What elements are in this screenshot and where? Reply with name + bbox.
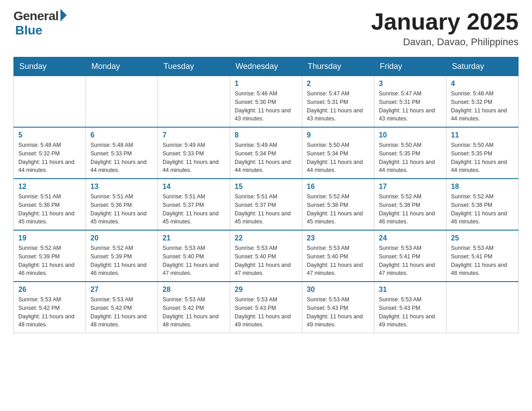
day-number: 19 [18,234,81,242]
calendar-cell: 5Sunrise: 5:48 AM Sunset: 5:32 PM Daylig… [14,127,86,179]
day-number: 1 [235,80,297,88]
day-info: Sunrise: 5:53 AM Sunset: 5:43 PM Dayligh… [235,295,297,329]
day-info: Sunrise: 5:53 AM Sunset: 5:41 PM Dayligh… [451,244,514,278]
calendar-table: SundayMondayTuesdayWednesdayThursdayFrid… [13,57,519,333]
calendar-cell: 15Sunrise: 5:51 AM Sunset: 5:37 PM Dayli… [230,179,302,230]
calendar-cell: 7Sunrise: 5:49 AM Sunset: 5:33 PM Daylig… [158,127,230,179]
day-info: Sunrise: 5:50 AM Sunset: 5:34 PM Dayligh… [307,141,369,175]
calendar-week-row: 19Sunrise: 5:52 AM Sunset: 5:39 PM Dayli… [14,230,519,282]
day-header-thursday: Thursday [302,57,374,76]
calendar-cell: 19Sunrise: 5:52 AM Sunset: 5:39 PM Dayli… [14,230,86,282]
day-info: Sunrise: 5:53 AM Sunset: 5:41 PM Dayligh… [379,244,442,278]
day-number: 13 [90,183,153,191]
day-info: Sunrise: 5:48 AM Sunset: 5:32 PM Dayligh… [18,141,81,175]
day-number: 15 [235,183,297,191]
day-number: 25 [451,234,514,242]
day-number: 3 [379,80,442,88]
calendar-cell: 12Sunrise: 5:51 AM Sunset: 5:36 PM Dayli… [14,179,86,230]
day-number: 12 [18,183,81,191]
calendar-cell: 1Sunrise: 5:46 AM Sunset: 5:30 PM Daylig… [230,76,302,128]
day-info: Sunrise: 5:51 AM Sunset: 5:36 PM Dayligh… [90,193,153,226]
calendar-week-row: 1Sunrise: 5:46 AM Sunset: 5:30 PM Daylig… [14,76,519,128]
day-number: 23 [307,234,369,242]
calendar-cell: 23Sunrise: 5:53 AM Sunset: 5:40 PM Dayli… [302,230,374,282]
day-info: Sunrise: 5:50 AM Sunset: 5:35 PM Dayligh… [451,141,514,175]
day-info: Sunrise: 5:51 AM Sunset: 5:37 PM Dayligh… [235,193,297,226]
day-info: Sunrise: 5:52 AM Sunset: 5:39 PM Dayligh… [90,244,153,278]
calendar-week-row: 5Sunrise: 5:48 AM Sunset: 5:32 PM Daylig… [14,127,519,179]
logo-blue-text: Blue [15,23,67,38]
day-number: 29 [235,286,297,294]
calendar-cell: 4Sunrise: 5:48 AM Sunset: 5:32 PM Daylig… [446,76,519,128]
day-number: 2 [307,80,369,88]
day-number: 26 [18,286,81,294]
day-number: 4 [451,80,514,88]
day-number: 16 [307,183,369,191]
logo: General Blue [13,9,67,38]
calendar-cell: 2Sunrise: 5:47 AM Sunset: 5:31 PM Daylig… [302,76,374,128]
calendar-cell: 13Sunrise: 5:51 AM Sunset: 5:36 PM Dayli… [86,179,158,230]
day-number: 31 [379,286,442,294]
logo-triangle-icon [60,9,67,21]
day-info: Sunrise: 5:53 AM Sunset: 5:43 PM Dayligh… [379,295,442,329]
calendar-cell: 27Sunrise: 5:53 AM Sunset: 5:42 PM Dayli… [86,282,158,333]
day-number: 18 [451,183,514,191]
calendar-week-row: 12Sunrise: 5:51 AM Sunset: 5:36 PM Dayli… [14,179,519,230]
day-header-monday: Monday [86,57,158,76]
calendar-cell [14,76,86,128]
day-number: 28 [163,286,225,294]
day-number: 21 [163,234,225,242]
calendar-cell: 30Sunrise: 5:53 AM Sunset: 5:43 PM Dayli… [302,282,374,333]
day-number: 11 [451,131,514,139]
day-info: Sunrise: 5:51 AM Sunset: 5:37 PM Dayligh… [163,193,225,226]
calendar-cell: 10Sunrise: 5:50 AM Sunset: 5:35 PM Dayli… [374,127,446,179]
calendar-cell [158,76,230,128]
calendar-cell: 26Sunrise: 5:53 AM Sunset: 5:42 PM Dayli… [14,282,86,333]
day-info: Sunrise: 5:46 AM Sunset: 5:30 PM Dayligh… [235,90,297,123]
calendar-cell: 16Sunrise: 5:52 AM Sunset: 5:38 PM Dayli… [302,179,374,230]
day-number: 30 [307,286,369,294]
day-header-wednesday: Wednesday [230,57,302,76]
day-info: Sunrise: 5:49 AM Sunset: 5:34 PM Dayligh… [235,141,297,175]
day-number: 22 [235,234,297,242]
day-info: Sunrise: 5:52 AM Sunset: 5:38 PM Dayligh… [451,193,514,226]
calendar-cell: 24Sunrise: 5:53 AM Sunset: 5:41 PM Dayli… [374,230,446,282]
day-info: Sunrise: 5:50 AM Sunset: 5:35 PM Dayligh… [379,141,442,175]
day-number: 14 [163,183,225,191]
calendar-cell: 28Sunrise: 5:53 AM Sunset: 5:42 PM Dayli… [158,282,230,333]
day-info: Sunrise: 5:53 AM Sunset: 5:42 PM Dayligh… [18,295,81,329]
calendar-cell: 14Sunrise: 5:51 AM Sunset: 5:37 PM Dayli… [158,179,230,230]
logo-general-text: General [13,9,59,23]
day-number: 20 [90,234,153,242]
calendar-cell [446,282,519,333]
calendar-cell: 31Sunrise: 5:53 AM Sunset: 5:43 PM Dayli… [374,282,446,333]
day-header-saturday: Saturday [446,57,519,76]
day-number: 9 [307,131,369,139]
day-number: 6 [90,131,153,139]
day-info: Sunrise: 5:53 AM Sunset: 5:40 PM Dayligh… [307,244,369,278]
calendar-header-row: SundayMondayTuesdayWednesdayThursdayFrid… [14,57,519,76]
calendar-title: January 2025 [371,9,519,34]
calendar-cell: 3Sunrise: 5:47 AM Sunset: 5:31 PM Daylig… [374,76,446,128]
calendar-week-row: 26Sunrise: 5:53 AM Sunset: 5:42 PM Dayli… [14,282,519,333]
calendar-cell: 18Sunrise: 5:52 AM Sunset: 5:38 PM Dayli… [446,179,519,230]
day-number: 8 [235,131,297,139]
day-info: Sunrise: 5:53 AM Sunset: 5:40 PM Dayligh… [163,244,225,278]
day-number: 5 [18,131,81,139]
day-info: Sunrise: 5:53 AM Sunset: 5:40 PM Dayligh… [235,244,297,278]
day-info: Sunrise: 5:48 AM Sunset: 5:32 PM Dayligh… [451,90,514,123]
day-info: Sunrise: 5:47 AM Sunset: 5:31 PM Dayligh… [307,90,369,123]
calendar-cell: 20Sunrise: 5:52 AM Sunset: 5:39 PM Dayli… [86,230,158,282]
title-block: January 2025 Davan, Davao, Philippines [371,9,519,48]
calendar-cell: 9Sunrise: 5:50 AM Sunset: 5:34 PM Daylig… [302,127,374,179]
day-info: Sunrise: 5:51 AM Sunset: 5:36 PM Dayligh… [18,193,81,226]
day-header-tuesday: Tuesday [158,57,230,76]
calendar-cell: 22Sunrise: 5:53 AM Sunset: 5:40 PM Dayli… [230,230,302,282]
day-info: Sunrise: 5:48 AM Sunset: 5:33 PM Dayligh… [90,141,153,175]
calendar-cell: 25Sunrise: 5:53 AM Sunset: 5:41 PM Dayli… [446,230,519,282]
day-number: 10 [379,131,442,139]
day-number: 7 [163,131,225,139]
calendar-cell: 6Sunrise: 5:48 AM Sunset: 5:33 PM Daylig… [86,127,158,179]
calendar-cell [86,76,158,128]
day-number: 24 [379,234,442,242]
